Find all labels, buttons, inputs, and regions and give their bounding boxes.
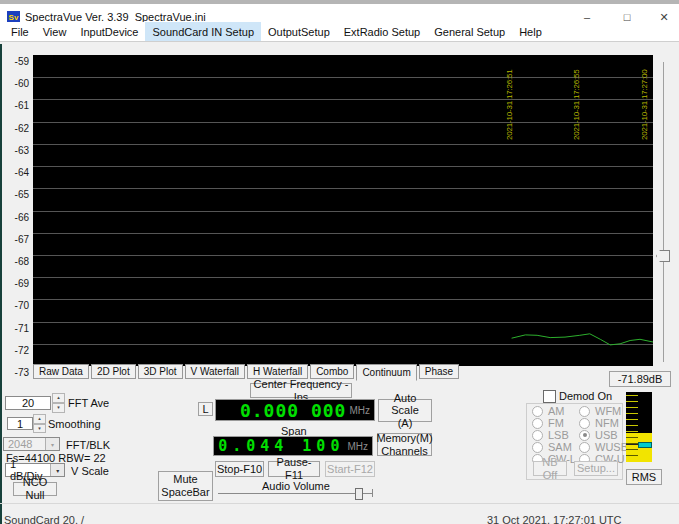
status-bar-divider	[0, 503, 679, 504]
radio-fm-icon	[532, 418, 543, 429]
meter-tick	[626, 407, 638, 408]
span-display[interactable]: 0.044 100 MHz	[213, 436, 373, 456]
demod-mode-sam: SAM	[532, 441, 576, 453]
nco-null-button[interactable]: NCO Null	[13, 482, 57, 496]
tab-v-waterfall[interactable]: V Waterfall	[185, 364, 246, 379]
y-axis-label: -64	[0, 167, 29, 178]
rms-db-readout: -71.89dB	[609, 371, 671, 387]
meter-tick	[626, 449, 638, 450]
l-button[interactable]: L	[198, 402, 213, 416]
audio-volume-slider-endtick	[372, 489, 373, 497]
y-axis-label: -72	[0, 345, 29, 356]
y-axis-label: -73	[0, 367, 29, 378]
center-frequency-value: 0.000 000	[240, 400, 347, 421]
demod-modes-right: WFMNFMUSBWUSBCW-U	[579, 405, 628, 465]
audio-volume-slider-track[interactable]	[218, 493, 372, 494]
demod-mode-fm: FM	[532, 417, 576, 429]
v-scale-dropdown[interactable]: 1 dB/Div ▾	[5, 463, 65, 477]
memory-line1: Memory(M)	[376, 432, 432, 445]
demod-mode-label: WFM	[595, 405, 621, 417]
demod-on-label: Demod On	[559, 390, 612, 402]
memory-channels-button[interactable]: Memory(M) Channels	[377, 433, 432, 456]
menu-item-file[interactable]: File	[4, 22, 36, 41]
y-axis-label: -66	[0, 212, 29, 223]
mute-button[interactable]: Mute SpaceBar	[158, 471, 213, 501]
tab-h-waterfall[interactable]: H Waterfall	[247, 364, 308, 379]
menu-item-outputsetup[interactable]: OutputSetup	[261, 22, 337, 41]
tab-continuum[interactable]: Continuum	[356, 364, 416, 381]
mute-line1: Mute	[173, 473, 197, 486]
span-value: 0.044 100	[218, 437, 344, 455]
menu-item-extradio-setup[interactable]: ExtRadio Setup	[337, 22, 427, 41]
plot-vertical-slider-thumb[interactable]	[656, 250, 670, 262]
tab-raw-data[interactable]: Raw Data	[33, 364, 89, 379]
meter-tick	[626, 425, 638, 426]
radio-usb-icon	[579, 430, 590, 441]
chevron-down-icon[interactable]: ▾	[50, 464, 64, 476]
stop-button[interactable]: Stop-F10	[215, 461, 264, 477]
meter-tick	[626, 395, 638, 396]
center-frequency-button[interactable]: Center Frequency - Ins	[250, 383, 352, 398]
y-axis-label: -67	[0, 234, 29, 245]
menu-item-view[interactable]: View	[36, 22, 74, 41]
fft-ave-input[interactable]: 20	[5, 396, 51, 410]
spin-up-icon[interactable]: ▴	[33, 414, 46, 424]
fft-blk-label: FFT/BLK	[66, 439, 110, 451]
radio-lsb-icon	[532, 430, 543, 441]
demod-mode-nfm: NFM	[579, 417, 628, 429]
radio-wfm-icon	[579, 406, 590, 417]
mute-line2: SpaceBar	[161, 486, 209, 499]
memory-line2: Channels	[381, 445, 427, 458]
menu-item-soundcard-in-setup[interactable]: SoundCard IN Setup	[145, 22, 261, 41]
menu-item-help[interactable]: Help	[512, 22, 549, 41]
title-bar[interactable]: Sv SpectraVue Ver. 3.39 SpectraVue.ini –…	[0, 4, 679, 22]
auto-scale-line2: (A)	[398, 417, 413, 430]
meter-tick	[626, 443, 638, 444]
spin-up-icon[interactable]: ▴	[52, 393, 65, 403]
pause-button[interactable]: Pause-F11	[268, 461, 320, 477]
status-clock-text: 31 Oct 2021, 17:27:01 UTC	[487, 514, 622, 524]
span-unit: MHz	[347, 441, 368, 452]
radio-am-icon	[532, 406, 543, 417]
auto-scale-button[interactable]: Auto Scale (A)	[378, 399, 432, 422]
spin-down-icon[interactable]: ▾	[33, 424, 46, 434]
plot-vertical-slider-track[interactable]	[663, 62, 664, 362]
tab-combo[interactable]: Combo	[310, 364, 354, 379]
y-axis-label: -71	[0, 323, 29, 334]
continuum-trace	[33, 55, 653, 366]
center-frequency-display[interactable]: 0.000 000 MHz	[215, 399, 375, 421]
meter-level-marker[interactable]	[638, 442, 652, 448]
smoothing-input[interactable]: 1	[7, 417, 33, 430]
demod-mode-wusb: WUSB	[579, 441, 628, 453]
meter-tick	[626, 455, 638, 456]
menu-item-inputdevice[interactable]: InputDevice	[73, 22, 145, 41]
meter-tick	[626, 431, 638, 432]
continuum-plot[interactable]: 2021-10-31 17:26:512021-10-31 17:26:5520…	[33, 55, 653, 366]
audio-volume-label: Audio Volume	[262, 480, 330, 492]
menu-item-general-setup[interactable]: General Setup	[427, 22, 512, 41]
meter-tick	[626, 419, 638, 420]
tab-3d-plot[interactable]: 3D Plot	[138, 364, 183, 379]
y-axis-label: -60	[0, 78, 29, 89]
tab-2d-plot[interactable]: 2D Plot	[91, 364, 136, 379]
smoothing-spinner: ▴ ▾	[33, 414, 46, 433]
fft-ave-label: FFT Ave	[68, 397, 109, 409]
radio-sam-icon	[532, 442, 543, 453]
rms-button[interactable]: RMS	[626, 469, 662, 485]
spin-down-icon[interactable]: ▾	[52, 403, 65, 413]
demod-mode-label: SAM	[548, 441, 572, 453]
audio-volume-slider-thumb[interactable]	[355, 488, 363, 500]
demod-mode-lsb: LSB	[532, 429, 576, 441]
setup-button: Setup...	[574, 461, 618, 476]
demod-on-checkbox[interactable]	[543, 390, 556, 403]
radio-wusb-icon	[579, 442, 590, 453]
v-scale-label: V Scale	[71, 465, 109, 477]
tab-phase[interactable]: Phase	[419, 364, 459, 379]
meter-tick	[626, 413, 638, 414]
demod-mode-wfm: WFM	[579, 405, 628, 417]
center-frequency-unit: MHz	[349, 405, 370, 416]
fft-blk-dropdown: 2048 ▾	[3, 437, 60, 451]
y-axis-label: -68	[0, 256, 29, 267]
demod-mode-label: WUSB	[595, 441, 628, 453]
demod-mode-label: NFM	[595, 417, 619, 429]
